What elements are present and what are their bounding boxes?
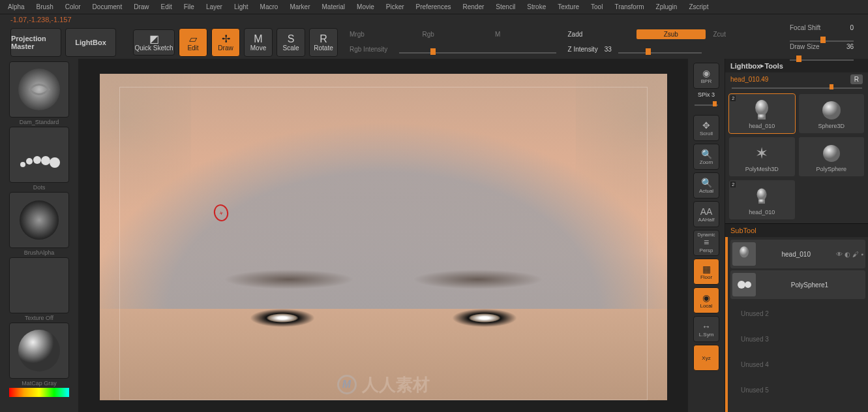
subtool-item[interactable]: head_010 👁◐🖌▪ xyxy=(730,240,865,268)
projection-master-button[interactable]: Projection Master xyxy=(10,28,61,57)
breadcrumb-lightbox[interactable]: Lightbox xyxy=(730,62,760,70)
z-intensity-slider[interactable] xyxy=(618,44,702,54)
menu-brush[interactable]: Brush xyxy=(31,1,59,12)
color-gradient[interactable] xyxy=(9,388,69,397)
bpr-button[interactable]: ◉BPR xyxy=(693,63,719,89)
edit-button[interactable]: ▱ Edit xyxy=(179,28,207,57)
lightbox-button[interactable]: LightBox xyxy=(65,28,116,57)
quicksketch-button[interactable]: ◩ Quick Sketch xyxy=(133,29,175,55)
tool-item-label: Sphere3D xyxy=(818,123,845,129)
breadcrumb-tools[interactable]: Tools xyxy=(764,62,783,70)
menu-transform[interactable]: Transform xyxy=(609,1,649,12)
m-toggle[interactable]: M xyxy=(491,31,560,38)
subtool-header[interactable]: SubTool xyxy=(725,223,868,237)
scroll-button[interactable]: ✥Scroll xyxy=(693,115,719,141)
floor-button[interactable]: ▦Floor xyxy=(693,259,719,285)
fill-icon[interactable]: ▪ xyxy=(861,251,863,258)
svg-point-5 xyxy=(50,157,60,168)
spix-slider[interactable] xyxy=(695,101,718,106)
xyz-label: Xyz xyxy=(702,355,710,361)
menu-marker[interactable]: Marker xyxy=(284,1,315,12)
brush-icon[interactable]: 🖌 xyxy=(852,251,859,258)
zcut-toggle[interactable]: Zcut xyxy=(710,31,779,38)
draw-label: Draw xyxy=(218,44,233,52)
menu-zplugin[interactable]: Zplugin xyxy=(651,1,683,12)
tool-item-label: PolyMesh3D xyxy=(745,166,779,172)
menu-movie[interactable]: Movie xyxy=(352,1,380,12)
svg-rect-13 xyxy=(758,199,765,204)
menu-edit[interactable]: Edit xyxy=(156,1,177,12)
edit-icon: ▱ xyxy=(189,34,197,44)
rotate-button[interactable]: R Rotate xyxy=(309,28,338,57)
lsym-button[interactable]: ↔L.Sym xyxy=(693,316,719,342)
spix-value: 3 xyxy=(711,91,715,98)
move-button[interactable]: M Move xyxy=(244,28,273,57)
menu-macro[interactable]: Macro xyxy=(255,1,284,12)
canvas-area: M 人人素材 xyxy=(78,59,688,412)
tool-item-head[interactable]: 2 head_010 xyxy=(729,94,795,133)
zsub-toggle[interactable]: Zsub xyxy=(636,29,706,39)
menu-file[interactable]: File xyxy=(179,1,200,12)
local-button[interactable]: ◉Local xyxy=(693,287,719,313)
eye-icon[interactable]: 👁 xyxy=(836,251,843,258)
menu-layer[interactable]: Layer xyxy=(201,1,228,12)
rgb-intensity-slider[interactable] xyxy=(399,44,556,54)
menu-stroke[interactable]: Stroke xyxy=(522,1,551,12)
subtool-item[interactable]: PolySphere1 xyxy=(730,270,865,299)
menu-picker[interactable]: Picker xyxy=(381,1,410,12)
draw-size-slider[interactable] xyxy=(790,52,854,61)
tool-item-sphere3d[interactable]: Sphere3D xyxy=(799,94,865,133)
subtool-icons[interactable]: 👁◐🖌▪ xyxy=(836,251,863,258)
tool-item-head2[interactable]: 2 head_010 xyxy=(729,180,795,219)
zadd-toggle[interactable]: Zadd xyxy=(564,31,633,38)
persp-button[interactable]: Dynamic≡Persp xyxy=(693,230,719,256)
viewport[interactable]: M 人人素材 xyxy=(100,74,667,400)
moon-icon[interactable]: ◐ xyxy=(845,251,850,258)
subtool-thumb xyxy=(732,242,756,266)
mrgb-toggle[interactable]: Mrgb xyxy=(346,31,415,38)
sculpt-overlay xyxy=(100,74,667,309)
menu-light[interactable]: Light xyxy=(229,1,254,12)
xyz-button[interactable]: Xyz xyxy=(693,345,719,371)
menu-document[interactable]: Document xyxy=(87,1,128,12)
texture-swatch[interactable] xyxy=(9,257,69,313)
menu-preferences[interactable]: Preferences xyxy=(411,1,456,12)
move-label: Move xyxy=(250,44,266,52)
aahalf-label: AAHalf xyxy=(698,217,715,223)
z-intensity-label: Z Intensity xyxy=(564,46,602,53)
svg-point-4 xyxy=(41,156,50,165)
menu-color[interactable]: Color xyxy=(60,1,86,12)
tool-item-polymesh[interactable]: ✶ PolyMesh3D xyxy=(729,137,795,176)
menu-alpha[interactable]: Alpha xyxy=(3,1,30,12)
menu-texture[interactable]: Texture xyxy=(552,1,584,12)
alpha-swatch[interactable] xyxy=(9,192,69,248)
aahalf-button[interactable]: AAAAHalf xyxy=(693,201,719,227)
local-label: Local xyxy=(700,303,712,309)
svg-point-11 xyxy=(823,145,840,162)
menu-stencil[interactable]: Stencil xyxy=(490,1,520,12)
rotate-icon: R xyxy=(320,34,327,44)
svg-point-2 xyxy=(26,158,33,165)
actual-button[interactable]: 🔍Actual xyxy=(693,172,719,198)
focal-shift-slider[interactable] xyxy=(790,33,854,42)
zoom-icon: 🔍 xyxy=(701,149,712,159)
menu-material[interactable]: Material xyxy=(317,1,351,12)
stroke-swatch[interactable] xyxy=(9,127,69,183)
material-swatch[interactable] xyxy=(9,323,69,379)
zoom-button[interactable]: 🔍Zoom xyxy=(693,144,719,170)
tool-grid: 2 head_010 Sphere3D ᔓ SimpleBrush ✶ Poly… xyxy=(725,90,868,223)
menu-render[interactable]: Render xyxy=(458,1,490,12)
r-button[interactable]: R xyxy=(850,74,863,84)
tool-item-polysphere[interactable]: PolySphere xyxy=(799,137,865,176)
menu-zscript[interactable]: Zscript xyxy=(683,1,713,12)
eye-left xyxy=(250,309,315,327)
tool-slider[interactable] xyxy=(732,87,862,89)
rgb-toggle[interactable]: Rgb xyxy=(419,31,488,38)
brush-swatch[interactable] xyxy=(9,61,69,118)
local-icon: ◉ xyxy=(702,293,710,303)
menu-tool[interactable]: Tool xyxy=(586,1,608,12)
tool-item-label: head_010 xyxy=(749,209,775,215)
draw-button[interactable]: ✢ Draw xyxy=(211,28,240,57)
menu-draw[interactable]: Draw xyxy=(128,1,154,12)
scale-button[interactable]: S Scale xyxy=(277,28,305,57)
